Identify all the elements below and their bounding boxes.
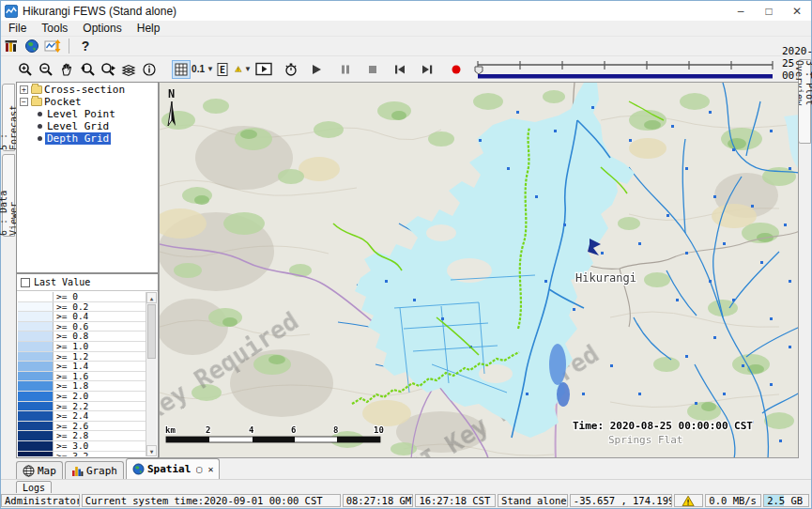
tree-node-label[interactable]: Cross-section [42,84,127,96]
zoom-previous-button[interactable] [78,60,97,79]
legend-row: >= 0 [18,292,146,302]
scroll-thumb[interactable] [147,304,156,359]
menu-help[interactable]: Help [130,22,168,35]
legend-row: >= 2.0 [18,392,146,402]
status-coordinates: -35.657 , 174.199 [570,494,673,507]
legend-swatch [18,452,54,457]
pan-button[interactable] [57,60,76,79]
timeline-slider[interactable] [474,59,776,80]
explorer-button[interactable] [2,37,21,55]
timeseries-icon [44,39,61,54]
svg-text:2: 2 [206,425,210,435]
tab-spatial-label: Spatial [147,463,191,475]
stopwatch-icon [283,62,299,77]
zoom-in-button[interactable] [16,60,35,79]
folder-icon [31,85,42,94]
filter-tree: + Cross-section − Pocket Level Point Lev… [16,82,159,273]
record-icon [451,64,462,75]
warning-threshold-button[interactable]: ▼ [234,60,253,79]
maximize-button[interactable]: □ [755,1,783,21]
skip-start-icon [393,64,406,75]
tree-node-depth-grid[interactable]: Depth Grid [17,132,158,144]
tree-node-pocket[interactable]: − Pocket [17,96,158,107]
legend-swatch [18,381,54,391]
step-back-button[interactable] [391,60,409,79]
map-canvas[interactable]: API Key Required API Key Required [160,83,799,458]
status-download-rate: 0.0 MB/s [705,494,761,507]
skip-end-icon [421,64,434,75]
movie-play-icon [255,62,272,76]
info-button[interactable] [140,60,159,79]
status-user: Administrator [1,494,80,507]
layers-button[interactable] [119,60,138,79]
timer-button[interactable] [282,60,300,79]
tab-data-viewer[interactable]: 6 : Data Viewer [2,154,15,237]
tree-node-level-grid[interactable]: Level Grid [17,120,158,131]
legend-swatch [18,422,54,431]
zoom-next-button[interactable] [99,60,117,79]
stop-button[interactable] [363,60,382,79]
legend-swatch [18,431,54,440]
contour-interval-button[interactable]: 0.1 ▼ [192,60,211,79]
legend-row: >= 3.0 [18,441,146,452]
tab-spatial[interactable]: Spatial ▢ ✕ [126,458,220,479]
main-toolbar: ? [1,37,811,55]
explorer-icon [4,39,19,54]
collapse-icon[interactable]: − [20,98,28,106]
expand-icon[interactable]: + [20,85,28,94]
tree-node-label[interactable]: Level Point [45,108,117,120]
menu-options[interactable]: Options [75,22,129,35]
app-window: Hikurangi FEWS (Stand alone) – □ ✕ File … [0,0,812,509]
zoom-in-icon [18,62,33,77]
tab-plot-overview[interactable]: 3 : Plot Overview [798,59,811,144]
last-value-label: Last Value [34,277,90,287]
tree-node-cross-section[interactable]: + Cross-section [17,84,158,95]
legend-swatch [18,392,54,401]
svg-text:10: 10 [374,425,384,435]
leaf-bullet-icon [38,124,42,129]
minimize-button[interactable]: – [727,1,755,21]
tab-restore-icon[interactable]: ▢ [196,464,202,474]
tab-map[interactable]: Map [16,461,63,479]
legend-swatch [18,402,54,411]
status-gmt-time: 08:27:18 GMT [343,494,414,507]
help-button[interactable]: ? [76,37,95,55]
tab-close-icon[interactable]: ✕ [207,464,213,474]
map-view[interactable]: API Key Required API Key Required [159,82,799,458]
zoom-out-button[interactable] [37,60,55,79]
grid-display-button[interactable] [172,60,191,79]
folder-icon [31,98,42,106]
svg-text:4: 4 [249,425,254,435]
step-forward-button[interactable] [418,60,437,79]
status-local-time: 16:27:18 CST [415,494,496,507]
interval-value: 0.1 [192,64,205,74]
timeline-handle[interactable] [475,67,483,74]
tree-node-level-point[interactable]: Level Point [17,108,158,119]
classification-button[interactable]: E [213,60,232,79]
pause-button[interactable] [336,60,355,79]
menu-file[interactable]: File [1,22,34,35]
menu-tools[interactable]: Tools [34,22,75,35]
left-tab-strip: 5 : Forecast 6 : Data Viewer [1,82,16,457]
tree-node-label[interactable]: Level Grid [45,120,111,132]
scroll-up-icon[interactable]: ▲ [146,292,157,303]
map-display-button[interactable] [23,37,41,55]
last-value-checkbox[interactable] [21,278,30,287]
play-button[interactable] [307,60,326,79]
close-button[interactable]: ✕ [783,1,811,21]
tree-node-label[interactable]: Depth Grid [45,132,111,145]
animation-dialog-button[interactable] [254,60,273,79]
timeseries-display-button[interactable] [43,37,62,55]
legend-scrollbar[interactable]: ▲ ▼ [146,292,157,456]
record-button[interactable] [447,60,466,79]
app-icon [5,5,18,18]
tab-forecast[interactable]: 5 : Forecast [2,84,15,151]
pause-icon [340,64,351,75]
tab-graph[interactable]: Graph [65,461,124,479]
scroll-down-icon[interactable]: ▼ [146,445,157,456]
status-warning[interactable] [674,494,703,507]
tree-node-label[interactable]: Pocket [42,96,84,108]
logs-tab[interactable]: Logs [16,481,52,494]
svg-text:km: km [165,425,176,435]
zoom-previous-icon [80,62,96,77]
